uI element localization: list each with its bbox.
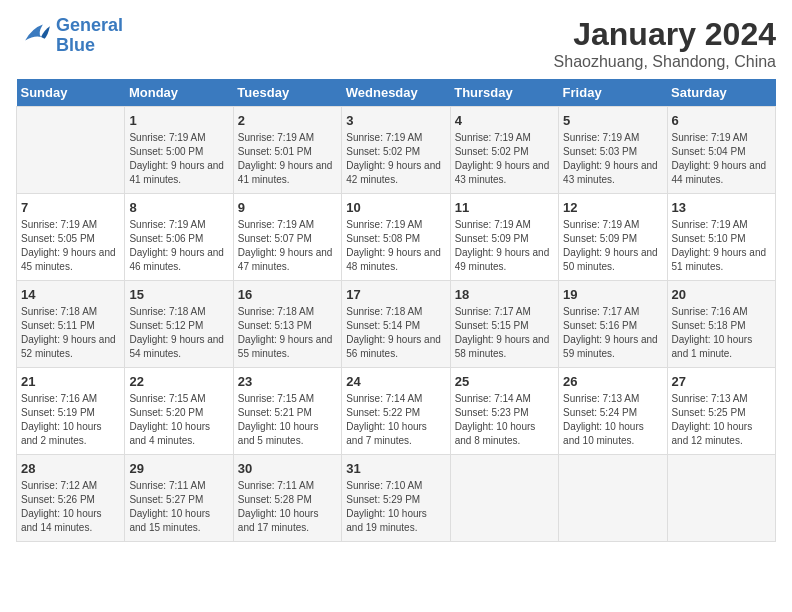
day-info: Sunrise: 7:17 AMSunset: 5:15 PMDaylight:…: [455, 305, 554, 361]
day-info: Sunrise: 7:13 AMSunset: 5:25 PMDaylight:…: [672, 392, 771, 448]
day-number: 26: [563, 374, 662, 389]
header-monday: Monday: [125, 79, 233, 107]
day-number: 6: [672, 113, 771, 128]
calendar-cell: 1Sunrise: 7:19 AMSunset: 5:00 PMDaylight…: [125, 107, 233, 194]
logo-icon: [16, 21, 52, 51]
day-info: Sunrise: 7:15 AMSunset: 5:21 PMDaylight:…: [238, 392, 337, 448]
calendar-cell: 23Sunrise: 7:15 AMSunset: 5:21 PMDayligh…: [233, 368, 341, 455]
calendar-cell: 18Sunrise: 7:17 AMSunset: 5:15 PMDayligh…: [450, 281, 558, 368]
day-info: Sunrise: 7:19 AMSunset: 5:10 PMDaylight:…: [672, 218, 771, 274]
day-info: Sunrise: 7:13 AMSunset: 5:24 PMDaylight:…: [563, 392, 662, 448]
day-info: Sunrise: 7:18 AMSunset: 5:12 PMDaylight:…: [129, 305, 228, 361]
day-number: 25: [455, 374, 554, 389]
calendar-cell: 7Sunrise: 7:19 AMSunset: 5:05 PMDaylight…: [17, 194, 125, 281]
calendar-cell: 6Sunrise: 7:19 AMSunset: 5:04 PMDaylight…: [667, 107, 775, 194]
day-info: Sunrise: 7:19 AMSunset: 5:09 PMDaylight:…: [455, 218, 554, 274]
page-header: General Blue January 2024 Shaozhuang, Sh…: [16, 16, 776, 71]
day-info: Sunrise: 7:12 AMSunset: 5:26 PMDaylight:…: [21, 479, 120, 535]
calendar-cell: 13Sunrise: 7:19 AMSunset: 5:10 PMDayligh…: [667, 194, 775, 281]
day-number: 4: [455, 113, 554, 128]
day-info: Sunrise: 7:14 AMSunset: 5:23 PMDaylight:…: [455, 392, 554, 448]
calendar-cell: 9Sunrise: 7:19 AMSunset: 5:07 PMDaylight…: [233, 194, 341, 281]
day-number: 17: [346, 287, 445, 302]
main-title: January 2024: [554, 16, 776, 53]
day-info: Sunrise: 7:10 AMSunset: 5:29 PMDaylight:…: [346, 479, 445, 535]
logo-general: General: [56, 15, 123, 35]
calendar-cell: 29Sunrise: 7:11 AMSunset: 5:27 PMDayligh…: [125, 455, 233, 542]
calendar-cell: [450, 455, 558, 542]
calendar-cell: 28Sunrise: 7:12 AMSunset: 5:26 PMDayligh…: [17, 455, 125, 542]
calendar-cell: 25Sunrise: 7:14 AMSunset: 5:23 PMDayligh…: [450, 368, 558, 455]
day-number: 8: [129, 200, 228, 215]
calendar-cell: 17Sunrise: 7:18 AMSunset: 5:14 PMDayligh…: [342, 281, 450, 368]
calendar-cell: [667, 455, 775, 542]
day-number: 31: [346, 461, 445, 476]
day-info: Sunrise: 7:19 AMSunset: 5:01 PMDaylight:…: [238, 131, 337, 187]
header-saturday: Saturday: [667, 79, 775, 107]
day-info: Sunrise: 7:19 AMSunset: 5:05 PMDaylight:…: [21, 218, 120, 274]
day-info: Sunrise: 7:19 AMSunset: 5:08 PMDaylight:…: [346, 218, 445, 274]
day-info: Sunrise: 7:17 AMSunset: 5:16 PMDaylight:…: [563, 305, 662, 361]
calendar-cell: 22Sunrise: 7:15 AMSunset: 5:20 PMDayligh…: [125, 368, 233, 455]
calendar-cell: 20Sunrise: 7:16 AMSunset: 5:18 PMDayligh…: [667, 281, 775, 368]
day-info: Sunrise: 7:19 AMSunset: 5:00 PMDaylight:…: [129, 131, 228, 187]
header-friday: Friday: [559, 79, 667, 107]
day-number: 22: [129, 374, 228, 389]
day-number: 14: [21, 287, 120, 302]
calendar-header: SundayMondayTuesdayWednesdayThursdayFrid…: [17, 79, 776, 107]
header-thursday: Thursday: [450, 79, 558, 107]
calendar-body: 1Sunrise: 7:19 AMSunset: 5:00 PMDaylight…: [17, 107, 776, 542]
calendar-cell: 14Sunrise: 7:18 AMSunset: 5:11 PMDayligh…: [17, 281, 125, 368]
week-row-1: 1Sunrise: 7:19 AMSunset: 5:00 PMDaylight…: [17, 107, 776, 194]
calendar-cell: 5Sunrise: 7:19 AMSunset: 5:03 PMDaylight…: [559, 107, 667, 194]
day-info: Sunrise: 7:11 AMSunset: 5:28 PMDaylight:…: [238, 479, 337, 535]
calendar-cell: [17, 107, 125, 194]
day-info: Sunrise: 7:14 AMSunset: 5:22 PMDaylight:…: [346, 392, 445, 448]
day-info: Sunrise: 7:19 AMSunset: 5:07 PMDaylight:…: [238, 218, 337, 274]
day-number: 21: [21, 374, 120, 389]
logo-blue: Blue: [56, 35, 95, 55]
calendar-cell: 19Sunrise: 7:17 AMSunset: 5:16 PMDayligh…: [559, 281, 667, 368]
day-number: 24: [346, 374, 445, 389]
calendar-cell: 21Sunrise: 7:16 AMSunset: 5:19 PMDayligh…: [17, 368, 125, 455]
day-number: 2: [238, 113, 337, 128]
day-info: Sunrise: 7:19 AMSunset: 5:03 PMDaylight:…: [563, 131, 662, 187]
day-info: Sunrise: 7:16 AMSunset: 5:19 PMDaylight:…: [21, 392, 120, 448]
week-row-3: 14Sunrise: 7:18 AMSunset: 5:11 PMDayligh…: [17, 281, 776, 368]
day-number: 15: [129, 287, 228, 302]
day-number: 3: [346, 113, 445, 128]
day-number: 12: [563, 200, 662, 215]
calendar-cell: 16Sunrise: 7:18 AMSunset: 5:13 PMDayligh…: [233, 281, 341, 368]
day-info: Sunrise: 7:15 AMSunset: 5:20 PMDaylight:…: [129, 392, 228, 448]
day-info: Sunrise: 7:16 AMSunset: 5:18 PMDaylight:…: [672, 305, 771, 361]
calendar-table: SundayMondayTuesdayWednesdayThursdayFrid…: [16, 79, 776, 542]
day-number: 1: [129, 113, 228, 128]
day-info: Sunrise: 7:19 AMSunset: 5:02 PMDaylight:…: [455, 131, 554, 187]
calendar-cell: 15Sunrise: 7:18 AMSunset: 5:12 PMDayligh…: [125, 281, 233, 368]
subtitle: Shaozhuang, Shandong, China: [554, 53, 776, 71]
day-number: 29: [129, 461, 228, 476]
day-number: 30: [238, 461, 337, 476]
calendar-cell: 24Sunrise: 7:14 AMSunset: 5:22 PMDayligh…: [342, 368, 450, 455]
day-number: 5: [563, 113, 662, 128]
calendar-cell: 30Sunrise: 7:11 AMSunset: 5:28 PMDayligh…: [233, 455, 341, 542]
calendar-cell: 27Sunrise: 7:13 AMSunset: 5:25 PMDayligh…: [667, 368, 775, 455]
day-number: 13: [672, 200, 771, 215]
day-info: Sunrise: 7:18 AMSunset: 5:13 PMDaylight:…: [238, 305, 337, 361]
logo: General Blue: [16, 16, 123, 56]
day-info: Sunrise: 7:11 AMSunset: 5:27 PMDaylight:…: [129, 479, 228, 535]
day-number: 27: [672, 374, 771, 389]
day-number: 28: [21, 461, 120, 476]
week-row-4: 21Sunrise: 7:16 AMSunset: 5:19 PMDayligh…: [17, 368, 776, 455]
week-row-2: 7Sunrise: 7:19 AMSunset: 5:05 PMDaylight…: [17, 194, 776, 281]
day-info: Sunrise: 7:19 AMSunset: 5:09 PMDaylight:…: [563, 218, 662, 274]
calendar-cell: 31Sunrise: 7:10 AMSunset: 5:29 PMDayligh…: [342, 455, 450, 542]
day-number: 19: [563, 287, 662, 302]
calendar-cell: 4Sunrise: 7:19 AMSunset: 5:02 PMDaylight…: [450, 107, 558, 194]
title-block: January 2024 Shaozhuang, Shandong, China: [554, 16, 776, 71]
calendar-cell: 10Sunrise: 7:19 AMSunset: 5:08 PMDayligh…: [342, 194, 450, 281]
calendar-cell: 26Sunrise: 7:13 AMSunset: 5:24 PMDayligh…: [559, 368, 667, 455]
day-number: 23: [238, 374, 337, 389]
day-number: 9: [238, 200, 337, 215]
day-number: 16: [238, 287, 337, 302]
